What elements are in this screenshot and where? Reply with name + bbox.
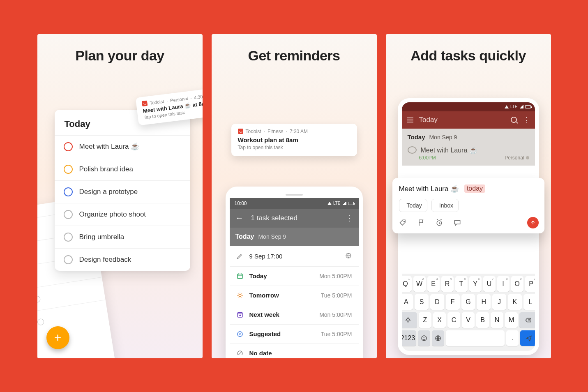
option-detail: Tue 5:00PM: [321, 331, 352, 337]
key[interactable]: U7: [483, 276, 496, 292]
globe-icon[interactable]: [345, 252, 352, 259]
key[interactable]: P0: [525, 276, 537, 292]
language-key[interactable]: [432, 330, 444, 346]
push-notification[interactable]: Todoist · Fitness · 7:30 AM Workout plan…: [231, 124, 357, 156]
schedule-option-tomorrow[interactable]: Tomorrow Tue 5:00PM: [230, 286, 359, 305]
schedule-chip[interactable]: Today: [399, 199, 427, 212]
notif-app: Todoist: [149, 99, 164, 105]
priority-circle-icon[interactable]: [64, 187, 73, 196]
notif-app: Todoist: [246, 129, 261, 134]
notif-title: Workout plan at 8am: [238, 136, 350, 143]
key[interactable]: K: [508, 294, 522, 310]
task-row[interactable]: Bring umbrella: [55, 226, 190, 248]
priority-circle-icon[interactable]: [408, 146, 417, 154]
chip-label: Inbox: [439, 202, 453, 209]
wifi-icon: [327, 202, 332, 205]
key[interactable]: S: [415, 294, 429, 310]
backspace-key[interactable]: [519, 312, 537, 328]
panel-title: Get reminders: [215, 48, 374, 63]
schedule-option-next-week[interactable]: Next week Mon 5:00PM: [230, 305, 359, 324]
key[interactable]: D: [430, 294, 444, 310]
priority-flag-icon[interactable]: [417, 219, 425, 228]
task-project: Personal: [505, 155, 524, 161]
task-label: Meet with Laura ☕: [421, 146, 477, 154]
space-key[interactable]: [446, 330, 505, 346]
emoji-key[interactable]: [418, 330, 430, 346]
task-row[interactable]: Design feedback: [55, 248, 190, 271]
svg-point-9: [425, 337, 426, 338]
schedule-option-no-date[interactable]: No date: [230, 344, 359, 358]
svg-point-7: [422, 336, 427, 341]
day-bold: Today: [408, 134, 425, 141]
key[interactable]: T5: [455, 276, 468, 292]
symbols-key[interactable]: ?123: [399, 330, 417, 346]
day-header: Today Mon Sep 9: [230, 228, 359, 246]
soft-keyboard[interactable]: Q1W2E3R4T5Y6U7I8O9P0 ASDFGHJKL ZXCVBNM ?…: [398, 274, 539, 351]
task-label: Meet with Laura ☕: [79, 142, 140, 151]
project-chip[interactable]: Inbox: [431, 199, 459, 212]
priority-circle-icon[interactable]: [64, 142, 73, 151]
key[interactable]: V: [462, 312, 475, 328]
key[interactable]: M: [505, 312, 518, 328]
task-label: Organize photo shoot: [79, 210, 146, 219]
schedule-option-today[interactable]: Today Mon 5:00PM: [230, 266, 359, 286]
key[interactable]: G: [461, 294, 475, 310]
task-label: Design a prototype: [79, 188, 138, 196]
shift-key[interactable]: [399, 312, 417, 328]
day-bold: Today: [235, 233, 254, 240]
key[interactable]: W2: [413, 276, 426, 292]
menu-icon[interactable]: [407, 118, 413, 122]
reminder-clock-icon[interactable]: [435, 219, 443, 228]
key[interactable]: Q1: [399, 276, 412, 292]
input-text: Meet with Laura ☕: [399, 184, 459, 193]
task-input[interactable]: Meet with Laura ☕ today: [399, 184, 538, 193]
search-icon[interactable]: [511, 117, 517, 123]
key[interactable]: N: [491, 312, 503, 328]
push-notification[interactable]: Todoist · Personal · 4:30 AM Meet with L…: [135, 85, 202, 125]
task-row[interactable]: Design a prototype: [55, 180, 190, 203]
key[interactable]: O9: [511, 276, 523, 292]
period-key[interactable]: .: [506, 330, 519, 346]
priority-circle-icon[interactable]: [64, 210, 73, 219]
task-row[interactable]: Meet with Laura ☕: [55, 135, 190, 158]
plus-icon: +: [54, 331, 62, 345]
task-row[interactable]: Polish brand idea: [55, 158, 190, 180]
priority-circle-icon[interactable]: [64, 255, 73, 264]
key[interactable]: L: [523, 294, 537, 310]
task-row[interactable]: Organize photo shoot: [55, 203, 190, 226]
promo-stage: Plan your day ⋮ Today Meet with Laura ☕ …: [0, 0, 588, 392]
label-icon[interactable]: [399, 219, 407, 228]
date-token[interactable]: today: [464, 184, 485, 193]
key[interactable]: R4: [441, 276, 454, 292]
overflow-menu-icon[interactable]: [346, 214, 353, 223]
option-label: Tomorrow: [249, 292, 279, 299]
add-task-fab[interactable]: +: [46, 326, 69, 349]
key[interactable]: Y6: [469, 276, 482, 292]
task-label: Polish brand idea: [79, 165, 133, 173]
key[interactable]: B: [476, 312, 489, 328]
schedule-option-suggested[interactable]: 18 Suggested Tue 5:00PM: [230, 324, 359, 344]
sun-icon: [236, 292, 244, 299]
drag-handle-icon[interactable]: [286, 194, 303, 196]
key[interactable]: C: [447, 312, 460, 328]
key[interactable]: I8: [497, 276, 510, 292]
key[interactable]: X: [433, 312, 446, 328]
priority-circle-icon[interactable]: [64, 233, 73, 242]
key[interactable]: F: [446, 294, 460, 310]
panel-plan-your-day: Plan your day ⋮ Today Meet with Laura ☕ …: [37, 34, 203, 358]
submit-task-button[interactable]: [527, 217, 539, 228]
key[interactable]: J: [492, 294, 506, 310]
overflow-menu-icon[interactable]: [523, 115, 530, 125]
key[interactable]: H: [477, 294, 491, 310]
back-icon[interactable]: [235, 213, 244, 223]
comment-icon[interactable]: [453, 219, 461, 228]
schedule-edit-row[interactable]: 9 Sep 17:00: [230, 246, 359, 266]
key[interactable]: Z: [419, 312, 431, 328]
priority-circle-icon[interactable]: [64, 165, 73, 174]
battery-icon: [525, 105, 531, 108]
enter-key[interactable]: [520, 330, 537, 346]
no-date-icon: [236, 350, 244, 357]
key[interactable]: A: [399, 294, 413, 310]
key[interactable]: E3: [427, 276, 440, 292]
task-row[interactable]: Meet with Laura ☕ 6:00PM Personal: [402, 142, 535, 166]
